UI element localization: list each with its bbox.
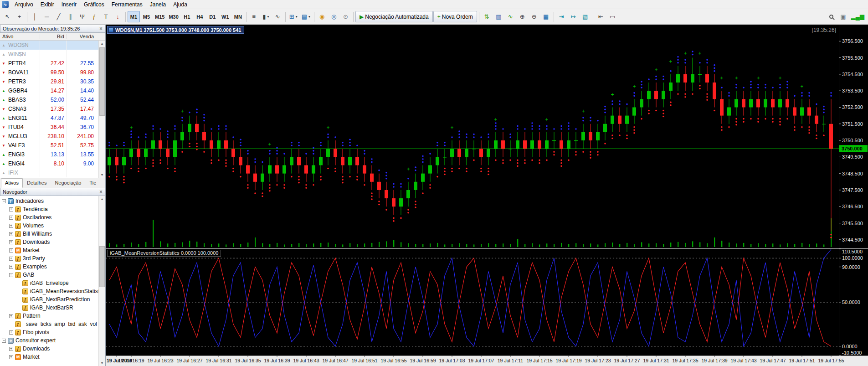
market-watch-row[interactable]: ▲ENGI1147.8749.70: [0, 113, 98, 123]
menu-item-exibir[interactable]: Exibir: [37, 0, 58, 9]
full-screen-button[interactable]: ▭: [607, 11, 618, 22]
tree-expander-plus[interactable]: +: [9, 216, 13, 220]
close-icon[interactable]: ×: [99, 26, 103, 31]
scroll-up-icon[interactable]: ▲: [99, 196, 105, 202]
fibonacci-retracement-tool[interactable]: ƒ: [88, 11, 100, 22]
market-watch-row[interactable]: ▲ENGI48.109.00: [0, 159, 98, 168]
algo-trading-toggle-button[interactable]: ▶Negociação Automatizada: [355, 11, 433, 22]
tree-expander-minus[interactable]: −: [2, 199, 6, 203]
navigator-scrollbar[interactable]: ▲ ▼: [98, 196, 105, 366]
auto-scroll-button[interactable]: ⇥: [556, 11, 567, 22]
tree-item[interactable]: +ƒVolumes: [0, 222, 98, 230]
pointer-tool[interactable]: ↖: [2, 11, 13, 22]
market-watch-row[interactable]: ▲ENGI313.1313.55: [0, 150, 98, 159]
chart-area[interactable]: 3756.5003755.5003754.5003753.5003752.500…: [106, 25, 868, 366]
search-button[interactable]: [826, 11, 837, 22]
market-watch-row[interactable]: ▼VALE352.5152.75: [0, 141, 98, 150]
menu-item-arquivo[interactable]: Arquivo: [11, 0, 37, 9]
horizontal-line-tool[interactable]: ─: [41, 11, 52, 22]
timeframe-m5-button[interactable]: M5: [140, 11, 153, 22]
tree-expander-plus[interactable]: +: [9, 265, 13, 269]
tree-item[interactable]: +ƒDownloads: [0, 238, 98, 246]
tree-item[interactable]: +ƒOsciladores: [0, 213, 98, 222]
market-watch-row[interactable]: ▲WIN$N: [0, 50, 98, 59]
tree-item[interactable]: ƒiGAB_MeanReversionStatistics: [0, 287, 98, 295]
tree-expander-plus[interactable]: +: [9, 330, 13, 335]
trendline-tool[interactable]: ╱: [53, 11, 64, 22]
tab-ativos[interactable]: Ativos: [1, 178, 23, 188]
tab-detalhes[interactable]: Detalhes: [23, 178, 51, 188]
tree-item[interactable]: −ƒIndicadores: [0, 197, 98, 205]
market-watch-row[interactable]: ▼PETR329.8130.35: [0, 77, 98, 86]
column-header-venda[interactable]: Venda: [67, 34, 97, 39]
candlestick-chart-type-button[interactable]: ▮▾: [260, 11, 272, 22]
tree-expander-minus[interactable]: −: [2, 339, 6, 343]
market-watch-row[interactable]: ▼ITUB436.4436.70: [0, 123, 98, 132]
bar-chart-type-button[interactable]: ≡: [248, 11, 260, 22]
arrow-objects-tool[interactable]: ↓: [112, 11, 123, 22]
tree-item[interactable]: ƒiGAB_NextBarPrediction: [0, 295, 98, 304]
tree-expander-plus[interactable]: +: [9, 257, 13, 261]
equidistant-channel-tool[interactable]: ∥: [65, 11, 76, 22]
tab-negociação[interactable]: Negociação: [51, 178, 85, 188]
market-watch-row[interactable]: ▼BOVA1199.5099.80: [0, 68, 98, 77]
data-window-button[interactable]: ▥: [493, 11, 504, 22]
chart-title-chip[interactable]: WDO$N,M1 3751.500 3753.000 3748.000 3750…: [107, 26, 244, 34]
market-watch-row[interactable]: ▼CSNA317.3517.47: [0, 104, 98, 113]
indicators-button[interactable]: ∿: [505, 11, 516, 22]
chart-shift-button[interactable]: ↦: [568, 11, 579, 22]
step-forward-button[interactable]: ⇤: [595, 11, 606, 22]
tree-item[interactable]: +MMarket: [0, 353, 98, 361]
scroll-down-icon[interactable]: ▼: [99, 172, 105, 178]
timeframe-d1-button[interactable]: D1: [206, 11, 219, 22]
tree-expander-plus[interactable]: +: [9, 207, 13, 211]
tree-item[interactable]: +ƒ3rd Party: [0, 254, 98, 263]
market-panel-button[interactable]: ◉: [316, 11, 328, 22]
cascade-windows-button[interactable]: ▧: [580, 11, 591, 22]
notifications-button[interactable]: ▣: [837, 11, 849, 22]
andrews-pitchfork-tool[interactable]: Ψ: [77, 11, 88, 22]
tree-expander-plus[interactable]: +: [9, 232, 13, 236]
market-watch-row[interactable]: ▲BBAS352.0052.44: [0, 95, 98, 104]
zoom-in-button[interactable]: ⊕: [517, 11, 528, 22]
zoom-out-button[interactable]: ⊖: [529, 11, 540, 22]
tree-expander-minus[interactable]: −: [9, 273, 13, 277]
tile-windows-button[interactable]: ▦: [540, 11, 552, 22]
tree-item[interactable]: +ƒBill Williams: [0, 230, 98, 238]
new-order-button[interactable]: +Nova Ordem: [433, 11, 477, 22]
timeframe-w1-button[interactable]: W1: [219, 11, 231, 22]
tree-item[interactable]: +ƒExamples: [0, 263, 98, 271]
timeframe-m1-button[interactable]: M1: [128, 11, 140, 22]
timeframe-m15-button[interactable]: M15: [153, 11, 166, 22]
vertical-line-tool[interactable]: │: [29, 11, 41, 22]
tree-item[interactable]: +ƒTendência: [0, 205, 98, 213]
tree-expander-plus[interactable]: +: [9, 355, 13, 359]
chart-profiles-button[interactable]: ▤▾: [300, 11, 312, 22]
timeframe-m30-button[interactable]: M30: [167, 11, 180, 22]
market-watch-scrollbar[interactable]: ▲ ▼: [98, 41, 105, 178]
tree-expander-plus[interactable]: +: [9, 224, 13, 228]
market-watch-row[interactable]: ▼PETR427.4227.55: [0, 59, 98, 68]
tree-item[interactable]: −eConsultor expert: [0, 336, 98, 345]
tree-expander-plus[interactable]: +: [9, 248, 13, 253]
tree-item[interactable]: +ƒPattern: [0, 312, 98, 320]
timeframe-mn-button[interactable]: MN: [232, 11, 244, 22]
tree-item[interactable]: ƒ_save_ticks_amp_bid_ask_vol: [0, 320, 98, 328]
menu-item-gráficos[interactable]: Gráficos: [80, 0, 108, 9]
market-watch-row[interactable]: ▲IFIX: [0, 168, 98, 177]
timeframe-h1-button[interactable]: H1: [181, 11, 193, 22]
tree-expander-plus[interactable]: +: [9, 347, 13, 351]
close-icon[interactable]: ×: [99, 190, 103, 194]
menu-item-janela[interactable]: Janela: [146, 0, 169, 9]
menu-item-inserir[interactable]: Inserir: [58, 0, 80, 9]
tree-expander-plus[interactable]: +: [9, 240, 13, 244]
signals-button[interactable]: ◎: [328, 11, 339, 22]
new-chart-button[interactable]: ⊞▾: [288, 11, 299, 22]
tree-item[interactable]: +ƒFibo pivots: [0, 328, 98, 336]
indicator-window-label[interactable]: iGAB_MeanReversionStatistics 0.0000 100.…: [107, 250, 221, 257]
market-watch-row[interactable]: ▼MGLU3238.10241.00: [0, 132, 98, 141]
scroll-down-icon[interactable]: ▼: [99, 360, 105, 366]
scrollbar-thumb[interactable]: [99, 246, 105, 287]
tree-item[interactable]: ƒiGAB_NextBarSR: [0, 304, 98, 312]
menu-item-ferramentas[interactable]: Ferramentas: [108, 0, 146, 9]
